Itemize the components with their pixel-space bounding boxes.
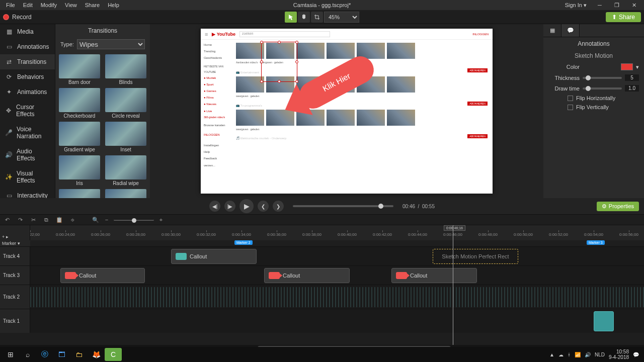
redo-button[interactable]: ↷ [16,216,24,224]
prop-tab-annotation[interactable]: 💬 [561,24,580,37]
transition-item[interactable] [105,189,147,198]
clip-callout[interactable]: Callout [60,268,145,283]
close-button[interactable]: ✕ [627,1,641,10]
camtasia-icon[interactable]: C [105,348,122,361]
transition-item[interactable]: Barn door [58,54,101,85]
tab-visual-effects[interactable]: ✨Visual Effects [0,166,55,188]
prop-tab-visual[interactable]: ▦ [543,24,561,37]
clock[interactable]: 10:589-4-2018 [609,349,629,360]
timeline-zoom-slider[interactable] [114,219,154,221]
paste-button[interactable]: 📋 [55,216,63,224]
menu-file[interactable]: File [2,1,19,9]
color-swatch[interactable] [621,63,633,70]
tab-audio-effects[interactable]: 🔊Audio Effects [0,144,55,166]
clip-callout[interactable]: Callout [391,268,477,283]
track-label[interactable]: Track 4 [0,247,30,265]
marker-pill[interactable]: Marker 3 [587,240,605,245]
tab-annotations[interactable]: ▭Annotations [0,39,55,54]
search-button[interactable]: ⌕ [19,348,36,361]
pointer-tool[interactable] [285,12,297,23]
maximize-button[interactable]: ❐ [610,1,624,10]
undo-button[interactable]: ↶ [3,216,11,224]
firefox-icon[interactable]: 🦊 [88,348,105,361]
explorer-icon[interactable]: 🗔 [53,348,70,361]
track-body[interactable]: Callout Sketch Motion Perfect Rect [30,247,644,265]
track-label[interactable]: Track 2 [0,285,30,309]
play-button[interactable]: ▶ [239,199,254,213]
menu-help[interactable]: Help [104,1,123,9]
start-button[interactable]: ⊞ [2,348,19,361]
menu-share[interactable]: Share [81,1,104,9]
zoom-in-button[interactable]: + [157,216,165,224]
zoom-select[interactable]: 45% [324,12,359,23]
tab-behaviors[interactable]: ⟳Behaviors [0,69,55,84]
track-body[interactable] [30,309,644,333]
pan-tool[interactable] [298,12,310,23]
transition-item[interactable] [58,189,101,198]
system-tray[interactable]: ▲ ☁ ᚼ 📶 🔊 NLD 10:589-4-2018 💬 [549,349,642,360]
track-label[interactable]: Track 1 [0,309,30,333]
drawtime-slider[interactable] [583,87,622,89]
next-clip-button[interactable]: ❯ [273,201,284,212]
tab-animations[interactable]: ✦Animations [0,84,55,100]
transition-item[interactable]: Radial wipe [105,155,147,186]
timeline-ruler[interactable]: 0:00:46;16 0:00:22;000:00:24;000:00:26;0… [30,225,644,240]
waveform[interactable] [30,287,644,307]
zoom-fit-icon[interactable]: 🔍 [92,216,100,224]
step-back-button[interactable]: |▶ [224,201,235,212]
menu-modify[interactable]: Modify [37,1,61,9]
drawtime-value[interactable]: 1.0 [625,85,639,92]
record-button[interactable]: Record [3,14,32,21]
seek-bar[interactable] [293,205,393,207]
thickness-slider[interactable] [583,77,622,79]
marker-label[interactable]: Marker ▾ [0,240,30,246]
tab-media[interactable]: ▦Media [0,24,55,39]
prev-clip-button[interactable]: ❮ [258,201,269,212]
tab-cursor-effects[interactable]: ✥Cursor Effects [0,100,55,122]
cloud-icon[interactable]: ☁ [558,352,564,357]
transitions-grid[interactable]: Barn door Blinds Checkerboard Circle rev… [55,51,150,198]
clip-sketch-motion[interactable]: Sketch Motion Perfect Rect [433,249,518,264]
preview-canvas[interactable]: ≡ ▶ YouTube zoeken INLOGGEN HomeTrending… [201,29,493,194]
playhead[interactable] [453,225,453,351]
menu-view[interactable]: View [61,1,81,9]
selection-box[interactable] [261,42,297,82]
notifications-icon[interactable]: 💬 [633,352,639,357]
share-button[interactable]: ⬆ Share [606,12,641,22]
folder-icon[interactable]: 🗀 [70,348,88,361]
split-button[interactable]: ⎆ [68,216,76,224]
track-label[interactable]: Track 3 [0,266,30,285]
tab-voice[interactable]: 🎤Voice Narration [0,122,55,144]
tray-icon[interactable]: ▲ [549,352,554,357]
transition-item[interactable]: Checkerboard [58,88,101,119]
fliph-checkbox[interactable] [568,96,573,101]
transition-item[interactable]: Blinds [105,54,147,85]
clip[interactable] [594,311,614,331]
track-add-controls[interactable]: + ▸ [0,225,30,240]
volume-icon[interactable]: 🔊 [585,352,591,357]
track-body[interactable]: Callout Callout Callout [30,266,644,285]
transition-item[interactable]: Inset [105,122,147,152]
zoom-out-button[interactable]: − [103,216,111,224]
properties-button[interactable]: ⚙Properties [597,202,639,211]
playhead-time[interactable]: 0:00:46;16 [444,225,465,231]
cut-button[interactable]: ✂ [29,216,37,224]
clip-callout[interactable]: Callout [171,249,257,264]
thickness-value[interactable]: 5 [625,74,639,81]
crop-tool[interactable] [311,12,323,23]
copy-button[interactable]: ⧉ [42,216,50,224]
marker-pill[interactable]: Marker 2 [234,240,253,245]
menu-edit[interactable]: Edit [19,1,37,9]
track-body[interactable] [30,285,644,309]
tab-transitions[interactable]: ⇄Transitions [0,54,55,69]
transition-item[interactable]: Iris [58,155,101,186]
language-indicator[interactable]: NLD [595,352,605,357]
clip-callout[interactable]: Callout [264,268,350,283]
edge-icon[interactable]: ⓔ [36,348,53,361]
minimize-button[interactable]: ─ [593,1,607,10]
signin-button[interactable]: Sign In ▾ [562,1,590,10]
wifi-icon[interactable]: 📶 [575,352,581,357]
bluetooth-icon[interactable]: ᚼ [568,352,571,357]
canvas-area[interactable]: ≡ ▶ YouTube zoeken INLOGGEN HomeTrending… [150,24,543,198]
flipv-checkbox[interactable] [568,105,573,110]
